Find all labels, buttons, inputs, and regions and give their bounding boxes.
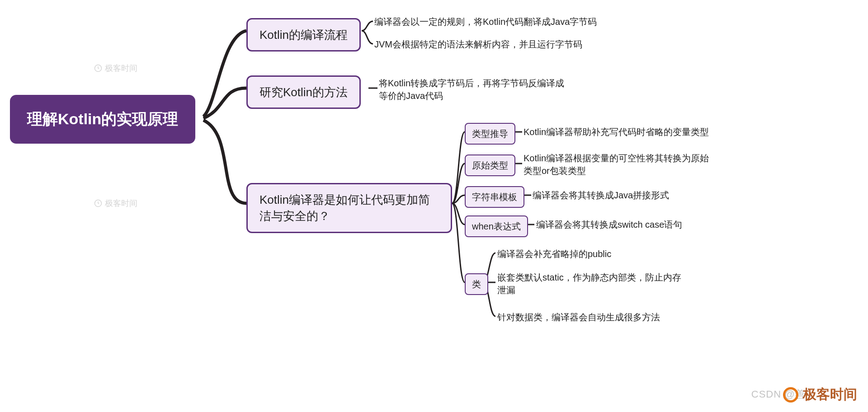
branch-label: Kotlin编译器是如何让代码更加简 洁与安全的？ [259,192,430,225]
leaf: Kotlin编译器帮助补充写代码时省略的变量类型 [524,126,709,138]
leaf: Kotlin编译器根据变量的可空性将其转换为原始 类型or包装类型 [524,152,709,177]
leaf: 编译器会将其转换成Java拼接形式 [533,189,669,201]
leaf: 针对数据类，编译器会自动生成很多方法 [497,311,660,323]
sub-primitive-type[interactable]: 原始类型 [465,154,515,176]
branch-label: Kotlin的编译流程 [259,27,348,43]
watermark: 极客时间 [94,63,137,74]
leaf: 编译器会将其转换成switch case语句 [536,218,682,231]
sub-string-template[interactable]: 字符串模板 [465,186,524,208]
sub-when-expression[interactable]: when表达式 [465,215,528,237]
watermark: 极客时间 [94,198,137,209]
branch-research-method[interactable]: 研究Kotlin的方法 [246,75,361,109]
brand-text: 极客时间 [803,385,857,404]
clock-icon [94,64,102,72]
brand-ring-icon [783,387,798,403]
branch-compiler-how[interactable]: Kotlin编译器是如何让代码更加简 洁与安全的？ [246,183,452,233]
leaf: 嵌套类默认static，作为静态内部类，防止内存 泄漏 [497,271,681,296]
sub-class[interactable]: 类 [465,273,488,295]
root-label: 理解Kotlin的实现原理 [27,108,178,130]
leaf: 将Kotlin转换成字节码后，再将字节码反编译成 等价的Java代码 [379,77,564,102]
leaf: 编译器会补充省略掉的public [497,248,611,260]
sub-type-inference[interactable]: 类型推导 [465,123,515,145]
branch-label: 研究Kotlin的方法 [259,84,348,100]
root-node[interactable]: 理解Kotlin的实现原理 [10,95,195,144]
clock-icon [94,199,102,207]
leaf: JVM会根据特定的语法来解析内容，并且运行字节码 [374,38,582,51]
leaf: 编译器会以一定的规则，将Kotlin代码翻译成Java字节码 [374,15,597,28]
branch-compile-flow[interactable]: Kotlin的编译流程 [246,18,361,52]
brand-logo: 极客时间 [783,385,857,404]
